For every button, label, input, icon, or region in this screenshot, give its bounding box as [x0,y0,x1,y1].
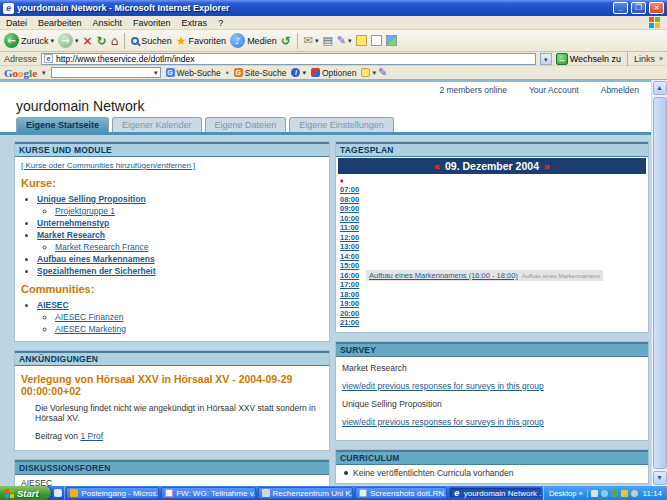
tray-icon-4[interactable] [621,490,628,497]
refresh-button[interactable]: ↻ [97,34,107,48]
print-button[interactable]: ▤ [322,34,332,47]
search-button[interactable]: Suchen [131,36,172,46]
google-search-input[interactable]: ▾ [51,67,161,78]
survey-responses-link[interactable]: view/edit previous responses for surveys… [342,417,642,427]
minimize-button[interactable]: _ [613,2,628,14]
google-info-button[interactable]: i ▾ [291,68,306,77]
tab-eigene-einstellungen[interactable]: Eigene Einstellungen [289,117,394,132]
task-button-rechenzentrum[interactable]: Rechenzentrum Uni K... [258,487,354,499]
google-input-dropdown-icon[interactable]: ▾ [154,69,158,77]
go-button[interactable]: → Wechseln zu [556,53,621,65]
tray-icon-2[interactable] [601,490,608,497]
community-sub-link[interactable]: AIESEC Marketing [55,324,126,334]
back-button[interactable]: ← Zurück ▾ [4,33,54,48]
time-slot-link[interactable]: 21:00 [340,318,364,328]
links-toolbar-label[interactable]: Links [634,54,655,64]
course-sub-link[interactable]: Market Research France [55,242,149,252]
tab-eigene-startseite[interactable]: Eigene Startseite [16,117,109,132]
time-slot-link[interactable]: 20:00 [340,309,364,319]
time-slot-link[interactable]: 11:00 [340,223,364,233]
community-link-aiesec[interactable]: AIESEC [37,300,69,310]
scrollbar-thumb[interactable] [653,97,667,469]
appointment-link[interactable]: Aufbau eines Markennamens (16:00 - 18:00… [369,271,518,280]
favorites-button[interactable]: ★ Favoriten [176,34,226,48]
highlight-dropdown-icon[interactable]: ▾ [372,69,376,77]
time-slot-link[interactable]: 15:00 [340,261,364,271]
vertical-scrollbar[interactable]: ▲ ▼ [651,80,667,486]
menu-favoriten[interactable]: Favoriten [133,18,171,28]
community-sub-link[interactable]: AIESEC Finanzen [55,312,124,322]
page-tool-button[interactable] [371,35,382,46]
stop-button[interactable]: × [83,34,93,48]
info-dropdown-icon[interactable]: ▾ [302,69,306,77]
mail-dropdown-icon[interactable]: ▾ [315,37,319,45]
logout-link[interactable]: Abmelden [601,85,639,95]
menu-ansicht[interactable]: Ansicht [93,18,123,28]
tray-icon-5[interactable] [631,490,638,497]
scroll-down-icon[interactable]: ▼ [653,471,667,485]
google-logo-dropdown-icon[interactable]: ▾ [42,69,46,77]
survey-responses-link[interactable]: view/edit previous responses for surveys… [342,381,642,391]
tab-eigene-dateien[interactable]: Eigene Dateien [205,117,287,132]
time-slot-link[interactable]: 17:00 [340,280,364,290]
task-button-posteingang[interactable]: Posteingang - Micros... [66,487,159,499]
time-slot-link[interactable]: 08:00 [340,195,364,205]
mail-button[interactable]: ✉ ▾ [304,34,319,47]
course-link-sicherheit[interactable]: Spezialthemen der Sicherheit [37,266,156,276]
time-slot-link[interactable]: 19:00 [340,299,364,309]
desktop-chevron-icon[interactable]: » [578,489,582,498]
scroll-up-icon[interactable]: ▲ [653,81,667,95]
time-slot-link[interactable]: 18:00 [340,290,364,300]
prev-day-icon[interactable]: « [434,160,440,172]
course-link-markennamen[interactable]: Aufbau eines Markennamens [37,254,155,264]
menu-extras[interactable]: Extras [182,18,208,28]
menu-datei[interactable]: Datei [6,18,27,28]
quick-launch-icon[interactable] [54,489,62,497]
google-highlight-button[interactable]: ▾ ✎ [361,66,387,79]
edit-button[interactable]: ✎ ▾ [337,34,352,47]
messenger-alert-button[interactable] [356,35,367,46]
time-slot-link[interactable]: 10:00 [340,214,364,224]
address-dropdown-button[interactable]: ▾ [540,53,552,65]
messenger-button[interactable] [386,35,397,46]
tray-icon-1[interactable] [591,490,598,497]
menu-help[interactable]: ? [218,18,223,28]
task-button-yourdomain-active[interactable]: e yourdomain Network ... [449,487,542,499]
edit-dropdown-icon[interactable]: ▾ [348,37,352,45]
home-button[interactable]: ⌂ [111,34,119,48]
forward-dropdown-icon[interactable]: ▾ [75,37,79,45]
time-slot-link[interactable]: 12:00 [340,233,364,243]
author-link[interactable]: 1 Prof [80,431,103,441]
time-slot-link[interactable]: 09:00 [340,204,364,214]
links-chevron-icon[interactable]: » [659,55,663,62]
back-dropdown-icon[interactable]: ▾ [51,37,55,45]
menu-bearbeiten[interactable]: Bearbeiten [38,18,82,28]
restore-button[interactable]: ❐ [631,2,646,14]
manage-courses-link[interactable]: [ Kurse oder Communities hinzufügen/entf… [21,161,195,170]
history-button[interactable]: ↺ [281,34,291,48]
time-slot-link[interactable]: 07:00 [340,185,364,195]
address-input[interactable]: e http://www.theservice.de/dotlrn/index [41,53,536,65]
forward-button[interactable]: → ▾ [58,33,79,48]
start-button[interactable]: Start [0,486,51,500]
tab-eigener-kalender[interactable]: Eigener Kalender [112,117,202,132]
next-day-icon[interactable]: » [544,160,550,172]
time-slot-link[interactable]: 16:00 [340,271,364,281]
time-slot-link[interactable]: 14:00 [340,252,364,262]
google-options-button[interactable]: Optionen [311,68,357,78]
desktop-toolbar[interactable]: Desktop » [549,489,588,498]
course-link-unternehmenstyp[interactable]: Unternehmenstyp [37,218,109,228]
your-account-link[interactable]: Your Account [529,85,579,95]
quick-launch[interactable] [51,486,66,500]
media-button[interactable]: ♪ Medien [230,33,277,48]
course-link-market-research[interactable]: Market Research [37,230,105,240]
google-site-search-button[interactable]: G Site-Suche [234,68,287,78]
close-button[interactable]: × [649,2,664,14]
time-slot-link[interactable]: 13:00 [340,242,364,252]
address-url[interactable]: http://www.theservice.de/dotlrn/index [56,54,194,64]
task-button-mail[interactable]: FW: WG: Teilnahme v... [161,487,255,499]
tray-icon-3[interactable] [611,490,618,497]
course-sub-link[interactable]: Projektgruppe 1 [55,206,115,216]
google-web-search-button[interactable]: G Web-Suche [166,68,221,78]
task-button-screenshots[interactable]: Screenshots dotLRN... [355,487,447,499]
